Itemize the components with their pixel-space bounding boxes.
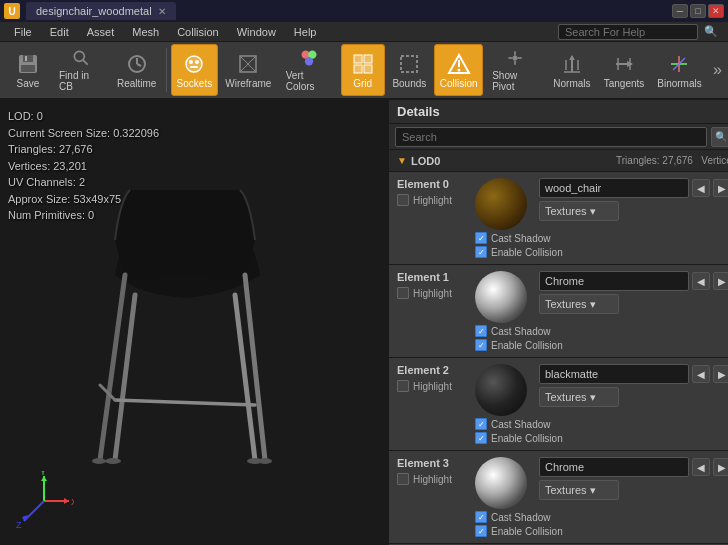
realtime-button[interactable]: Realtime [111,44,162,96]
tangents-button[interactable]: Tangents [598,44,650,96]
binormals-label: Binormals [657,78,701,89]
material-nav-btn-2[interactable]: ◀ [692,365,710,383]
highlight-checkbox-0[interactable] [397,194,409,206]
enable-collision-row-2: ✓ Enable Collision [475,432,728,444]
cast-shadow-cb-0[interactable]: ✓ [475,232,487,244]
menu-asset[interactable]: Asset [79,24,123,40]
toolbar-more-icon[interactable]: » [713,61,722,79]
vert-colors-button[interactable]: Vert Colors [279,44,339,96]
enable-collision-cb-2[interactable]: ✓ [475,432,487,444]
normals-label: Normals [553,78,590,89]
menu-mesh[interactable]: Mesh [124,24,167,40]
material-name-input-2[interactable] [539,364,689,384]
enable-collision-row-1: ✓ Enable Collision [475,339,728,351]
grid-button[interactable]: Grid [341,44,385,96]
details-search-input[interactable] [395,127,707,147]
find-in-cb-label: Find in CB [59,70,102,92]
collision-button[interactable]: Collision [434,44,483,96]
help-search-input[interactable] [558,24,698,40]
element-label-col-1: Element 1 Highlight [397,271,467,299]
svg-line-61 [24,501,44,521]
svg-point-18 [304,57,312,65]
material-nav-btn-3[interactable]: ◀ [692,458,710,476]
material-nav-btn2-2[interactable]: ▶ [713,365,728,383]
save-button[interactable]: Save [6,44,50,96]
wireframe-label: Wireframe [225,78,271,89]
highlight-label-0: Highlight [413,195,452,206]
title-tab[interactable]: designchair_woodmetal ✕ [26,2,176,20]
cast-shadow-label-3: Cast Shadow [491,512,550,523]
normals-button[interactable]: Normals [548,44,597,96]
material-top-row-0: ◀ ▶ ↩ □ [539,178,728,198]
enable-collision-cb-3[interactable]: ✓ [475,525,487,537]
tab-close-icon[interactable]: ✕ [158,6,166,17]
bounds-button[interactable]: Bounds [387,44,432,96]
material-name-input-0[interactable] [539,178,689,198]
show-pivot-button[interactable]: Show Pivot [485,44,545,96]
material-nav-btn2-0[interactable]: ▶ [713,179,728,197]
maximize-button[interactable]: □ [690,4,706,18]
search-icon-btn[interactable]: 🔍 [711,127,728,147]
textures-dropdown-0[interactable]: Textures ▾ [539,201,619,221]
highlight-row-1: Highlight [397,287,467,299]
element-label-3: Element 3 [397,457,467,469]
viewport[interactable]: LOD: 0 Current Screen Size: 0.322096 Tri… [0,100,388,545]
enable-collision-label-3: Enable Collision [491,526,563,537]
textures-label-0: Textures ▾ [545,205,596,218]
highlight-label-1: Highlight [413,288,452,299]
lod-expand-icon[interactable]: ▼ [397,155,407,166]
details-title: Details [397,104,440,119]
minimize-button[interactable]: ─ [672,4,688,18]
svg-point-9 [186,56,202,72]
highlight-checkbox-1[interactable] [397,287,409,299]
material-nav-btn-0[interactable]: ◀ [692,179,710,197]
svg-rect-2 [21,65,35,72]
material-nav-btn2-3[interactable]: ▶ [713,458,728,476]
material-nav-btn2-1[interactable]: ▶ [713,272,728,290]
material-name-input-1[interactable] [539,271,689,291]
enable-collision-cb-1[interactable]: ✓ [475,339,487,351]
menu-window[interactable]: Window [229,24,284,40]
details-view-buttons: 🔍 ≡ 👁 [711,127,728,147]
textures-dropdown-2[interactable]: Textures ▾ [539,387,619,407]
lod-triangles: Triangles: 27,676 Vertices: 23,201 [616,155,728,166]
highlight-checkbox-3[interactable] [397,473,409,485]
svg-line-8 [137,64,141,66]
menu-help[interactable]: Help [286,24,325,40]
enable-collision-cb-0[interactable]: ✓ [475,246,487,258]
menu-file[interactable]: File [6,24,40,40]
details-scroll[interactable]: ▼ LOD0 Triangles: 27,676 Vertices: 23,20… [389,150,728,545]
cast-shadow-label-2: Cast Shadow [491,419,550,430]
material-right-1: ◀ ▶ ↩ □ Textures ▾ [539,271,728,314]
main-content: LOD: 0 Current Screen Size: 0.322096 Tri… [0,100,728,545]
sockets-button[interactable]: Sockets [171,44,218,96]
cast-shadow-cb-3[interactable]: ✓ [475,511,487,523]
material-name-input-3[interactable] [539,457,689,477]
highlight-row-3: Highlight [397,473,467,485]
window-controls: ─ □ ✕ [672,4,724,18]
svg-rect-1 [23,55,33,62]
element-section-0: Element 0 Highlight ◀ ▶ ↩ □ [389,172,728,265]
material-col-3: ◀ ▶ ↩ □ Textures ▾ ✓ Cast Shadow [475,457,728,537]
chair-model [0,120,388,510]
cast-shadow-label-1: Cast Shadow [491,326,550,337]
close-button[interactable]: ✕ [708,4,724,18]
textures-label-3: Textures ▾ [545,484,596,497]
material-top-row-3: ◀ ▶ ↩ □ [539,457,728,477]
svg-text:Z: Z [16,520,22,530]
element-label-1: Element 1 [397,271,467,283]
show-pivot-icon [503,48,527,68]
cast-shadow-cb-1[interactable]: ✓ [475,325,487,337]
menu-edit[interactable]: Edit [42,24,77,40]
wireframe-button[interactable]: Wireframe [220,44,277,96]
vert-colors-icon [297,48,321,68]
cast-shadow-cb-2[interactable]: ✓ [475,418,487,430]
textures-dropdown-3[interactable]: Textures ▾ [539,480,619,500]
material-nav-btn-1[interactable]: ◀ [692,272,710,290]
find-in-cb-button[interactable]: Find in CB [52,44,109,96]
binormals-button[interactable]: Binormals [652,44,707,96]
lod-section-header: ▼ LOD0 Triangles: 27,676 Vertices: 23,20… [389,150,728,172]
menu-collision[interactable]: Collision [169,24,227,40]
textures-dropdown-1[interactable]: Textures ▾ [539,294,619,314]
highlight-checkbox-2[interactable] [397,380,409,392]
